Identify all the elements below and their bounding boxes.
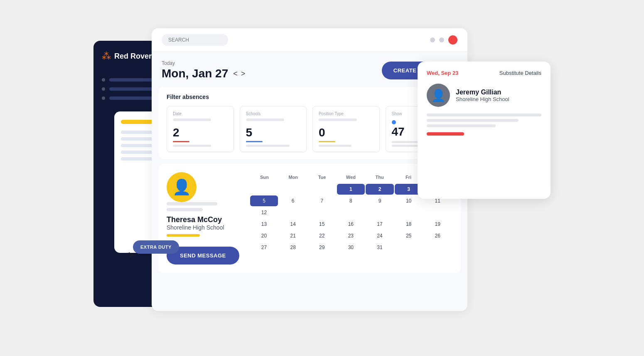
sub-details-avatar-icon: 👤 [431, 89, 446, 102]
today-label: Today [162, 60, 245, 66]
sub-details-name: Jeremy Gillian [456, 89, 509, 96]
filter-underline-schools [246, 141, 263, 142]
cursor-arrow-icon: ➤ [128, 250, 135, 260]
nav-dot-1 [102, 78, 105, 82]
cal-cell-22[interactable]: 22 [308, 230, 336, 241]
cal-cell-empty-0-1 [279, 184, 307, 195]
cal-day-mon: Mon [279, 173, 307, 181]
filter-sub-lines-date [173, 145, 228, 147]
logo-text: Red Rover [114, 52, 152, 61]
cal-cell-25[interactable]: 25 [395, 230, 423, 241]
filter-line-position [319, 119, 357, 121]
filter-line-date [173, 119, 211, 121]
cal-cell-14[interactable]: 14 [279, 219, 307, 230]
sub-details-lines [427, 114, 541, 127]
cal-cell-24[interactable]: 24 [366, 230, 394, 241]
nav-arrows: < > [233, 69, 245, 78]
cal-cell-1[interactable]: 1 [337, 184, 365, 195]
nav-dot-2 [102, 87, 105, 91]
dot-red-icon [448, 35, 457, 44]
cal-cell-26[interactable]: 26 [423, 230, 452, 241]
filter-grid: Date 2 Schools 5 [167, 106, 452, 152]
substitute-avatar: 👤 [167, 172, 197, 202]
cal-cell-15[interactable]: 15 [308, 219, 336, 230]
sub-detail-line-2 [427, 119, 519, 122]
sub-name-lines [167, 202, 239, 211]
cal-cell-28[interactable]: 28 [279, 242, 307, 253]
cal-cell-21[interactable]: 21 [279, 230, 307, 241]
sub-details-profile: 👤 Jeremy Gillian Shoreline High School [427, 84, 541, 107]
sub-details-info: Jeremy Gillian Shoreline High School [456, 89, 509, 102]
filter-value-position: 0 [319, 126, 374, 139]
calendar-week-3: 20212223242526 [250, 230, 452, 241]
cal-cell-16[interactable]: 16 [337, 219, 365, 230]
cal-cell-7[interactable]: 7 [308, 195, 336, 206]
cal-cell-6[interactable]: 6 [279, 195, 307, 206]
cal-cell-empty-0-0 [250, 184, 278, 195]
filter-sub-line-5 [392, 145, 419, 147]
date-section: Today Mon, Jan 27 < > [162, 60, 245, 80]
substitute-avatar-icon: 👤 [172, 178, 191, 196]
filter-sub-line-3 [319, 145, 351, 147]
filter-card-date[interactable]: Date 2 [167, 106, 234, 152]
cal-cell-empty-4-5 [395, 242, 423, 253]
calendar-week-2: 13141516171819 [250, 219, 452, 230]
bottom-section: 👤 Theresa McCoy Shoreline High School SE… [158, 164, 461, 273]
cal-cell-23[interactable]: 23 [337, 230, 365, 241]
prev-arrow[interactable]: < [233, 69, 238, 78]
sub-details-date: Wed, Sep 23 [427, 70, 458, 76]
cal-cell-18[interactable]: 18 [395, 219, 423, 230]
sub-line-long [167, 202, 217, 205]
dot-gray-icon [430, 37, 435, 42]
cal-cell-29[interactable]: 29 [308, 242, 336, 253]
cal-cell-2[interactable]: 2 [366, 184, 394, 195]
cal-cell-27[interactable]: 27 [250, 242, 278, 253]
cal-cell-12[interactable]: 12 [250, 207, 278, 218]
filter-underline-position [319, 141, 335, 142]
sub-details-red-bar [427, 132, 464, 136]
cal-cell-8[interactable]: 8 [337, 195, 365, 206]
cal-cell-13[interactable]: 13 [250, 219, 278, 230]
sub-detail-line-3 [427, 124, 496, 127]
filter-label-schools: Schools [246, 111, 301, 116]
top-bar [152, 28, 467, 52]
cal-cell-20[interactable]: 20 [250, 230, 278, 241]
filter-sub-lines-schools [246, 145, 301, 147]
filter-label-position: Position Type [319, 111, 374, 116]
next-arrow[interactable]: > [241, 69, 246, 78]
cal-cell-31[interactable]: 31 [366, 242, 394, 253]
filter-card-schools[interactable]: Schools 5 [240, 106, 307, 152]
substitute-school: Shoreline High School [167, 224, 239, 231]
filter-value-schools: 5 [246, 126, 301, 139]
top-bar-right [430, 35, 457, 44]
sub-details-school-name: Shoreline High School [456, 96, 509, 102]
filter-underline-date [173, 141, 189, 142]
cal-cell-17[interactable]: 17 [366, 219, 394, 230]
nav-dot-3 [102, 96, 105, 100]
calendar-week-1: 56789101112 [250, 195, 452, 218]
cal-cell-5[interactable]: 5 [250, 195, 278, 206]
cal-cell-9[interactable]: 9 [366, 195, 394, 206]
sub-details-card: Wed, Sep 23 Substitute Details 👤 Jeremy … [418, 62, 551, 199]
sub-detail-line-1 [427, 114, 541, 116]
filter-line-schools [246, 119, 284, 121]
filter-sub-lines-position [319, 145, 374, 147]
sub-yellow-bar [167, 234, 200, 237]
cal-cell-30[interactable]: 30 [337, 242, 365, 253]
filter-title: Filter absences [167, 94, 452, 100]
sub-details-avatar: 👤 [427, 84, 450, 107]
extra-duty-button[interactable]: EXTRA DUTY [133, 240, 179, 254]
search-input[interactable] [162, 34, 228, 46]
cal-cell-10[interactable]: 10 [395, 195, 423, 206]
sub-line-short [167, 208, 203, 211]
calendar-week-4: 2728293031 [250, 242, 452, 253]
filter-dot-blue [392, 120, 396, 124]
filter-label-date: Date [173, 111, 228, 116]
cal-cell-19[interactable]: 19 [423, 219, 452, 230]
cal-day-tue: Tue [307, 173, 336, 181]
filter-card-position[interactable]: Position Type 0 [312, 106, 380, 152]
logo-icon: ⁂ [102, 51, 111, 62]
filter-sub-line-1 [173, 145, 211, 147]
dot-gray2-icon [439, 37, 444, 42]
cal-day-sun: Sun [250, 173, 279, 181]
